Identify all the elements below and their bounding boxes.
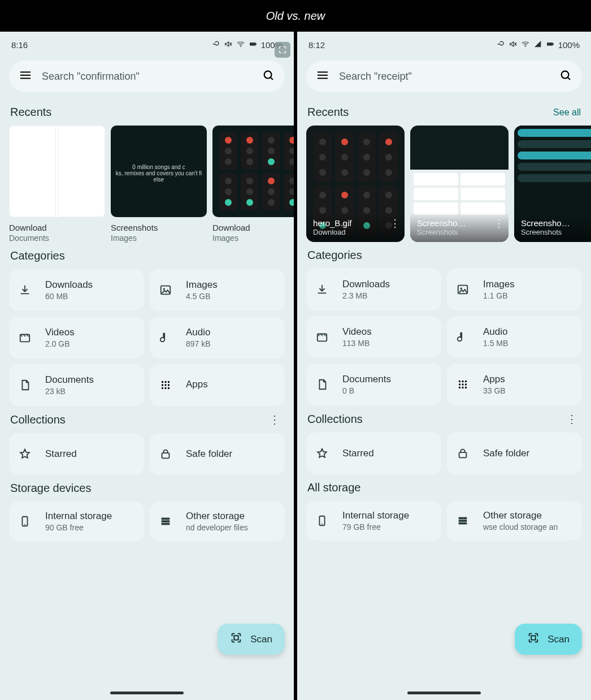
cat-card-images[interactable]: Images4.5 GB	[150, 269, 285, 311]
collections-title: Collections	[10, 413, 66, 426]
stor-label: Internal storage	[45, 511, 112, 522]
recent-thumbnail: Screensho… Screenshots	[514, 126, 591, 242]
stor-card-internal storage[interactable]: Internal storage79 GB free	[306, 501, 441, 541]
fullscreen-overlay-icon	[275, 42, 290, 58]
col-card-starred[interactable]: Starred	[306, 433, 441, 474]
status-bar: 8:16 100%	[0, 32, 294, 54]
document-icon	[314, 378, 330, 391]
search-bar[interactable]: Search "receipt"	[306, 61, 582, 92]
cat-card-documents[interactable]: Documents23 kB	[9, 364, 144, 406]
categories-title: Categories	[307, 249, 362, 262]
recent-thumbnail	[9, 126, 105, 217]
lock-icon	[455, 447, 471, 460]
storage-title: Storage devices	[10, 482, 91, 495]
cat-label: Audio	[186, 327, 211, 338]
stor-card-other storage[interactable]: Other storagewse cloud storage an	[447, 501, 582, 541]
recent-item[interactable]: Screensho… Screenshots ⋮	[410, 126, 509, 242]
recent-name: hero_B.gif	[313, 218, 398, 228]
cat-label: Apps	[483, 374, 506, 385]
recent-item[interactable]: Download Images	[212, 126, 294, 243]
cat-card-downloads[interactable]: Downloads2.3 MB	[306, 269, 441, 310]
scan-icon	[230, 632, 242, 647]
menu-icon[interactable]	[19, 69, 32, 84]
cat-card-videos[interactable]: Videos2.0 GB	[9, 317, 144, 358]
new-phone-screen: 8:12 100% Search "receipt" Recents See a…	[296, 32, 591, 700]
recent-name: Download	[212, 223, 294, 232]
stor-card-internal storage[interactable]: Internal storage90 GB free	[9, 502, 144, 541]
stor-sub: wse cloud storage an	[483, 522, 558, 532]
status-bar: 8:12 100%	[297, 32, 591, 54]
col-label: Starred	[342, 448, 374, 459]
recent-thumbnail: Screensho… Screenshots ⋮	[410, 126, 509, 242]
cat-card-images[interactable]: Images1.1 GB	[447, 269, 582, 310]
scan-icon	[527, 632, 540, 647]
recent-name: Screensho…	[417, 218, 502, 228]
col-card-safe folder[interactable]: Safe folder	[447, 433, 582, 474]
cat-label: Documents	[45, 374, 94, 386]
scan-label: Scan	[547, 634, 570, 645]
menu-icon[interactable]	[316, 69, 329, 84]
status-time: 8:12	[308, 40, 325, 50]
col-card-safe folder[interactable]: Safe folder	[150, 433, 285, 475]
search-icon[interactable]	[262, 69, 275, 84]
cat-card-documents[interactable]: Documents0 B	[306, 364, 441, 405]
recent-item[interactable]: Screensho… Screenshots	[514, 126, 591, 242]
collections-more-icon[interactable]: ⋮	[269, 413, 284, 426]
cat-sub: 113 MB	[342, 339, 372, 348]
recent-more-icon[interactable]: ⋮	[390, 217, 400, 230]
status-time: 8:16	[11, 40, 28, 50]
col-label: Safe folder	[483, 448, 529, 459]
see-all-link[interactable]: See all	[553, 107, 581, 118]
comparison-header: Old vs. new	[0, 0, 591, 32]
cat-label: Audio	[483, 326, 508, 338]
recent-item[interactable]: 0 million songs and cks, remixes and cov…	[111, 126, 207, 243]
cat-card-apps[interactable]: Apps33 GB	[447, 364, 582, 405]
phone-icon	[17, 515, 33, 528]
vpn-icon	[496, 40, 505, 50]
cat-card-audio[interactable]: Audio1.5 MB	[447, 316, 582, 358]
search-icon[interactable]	[559, 69, 572, 84]
scan-button[interactable]: Scan	[515, 624, 582, 655]
stor-card-other storage[interactable]: Other storagend developer files	[150, 502, 285, 541]
search-placeholder: Search "receipt"	[339, 71, 549, 83]
stor-sub: 79 GB free	[342, 522, 409, 532]
cat-card-videos[interactable]: Videos113 MB	[306, 316, 441, 358]
recent-sub: Documents	[9, 234, 105, 243]
phone-icon	[314, 515, 330, 527]
cat-sub: 897 kB	[186, 339, 211, 348]
cat-sub: 2.3 MB	[342, 291, 390, 300]
cat-card-apps[interactable]: Apps	[150, 364, 285, 406]
recents-row[interactable]: hero_B.gif Download ⋮ Screensho… Screens…	[297, 121, 591, 242]
storage-title: All storage	[307, 481, 361, 494]
collections-more-icon[interactable]: ⋮	[566, 412, 581, 426]
image-icon	[455, 283, 471, 296]
audio-icon	[455, 331, 471, 343]
storage-icon	[158, 515, 173, 528]
cat-label: Images	[483, 279, 515, 290]
recent-item[interactable]: Download Documents	[9, 126, 105, 243]
recent-name: Download	[9, 223, 105, 232]
mute-icon	[224, 40, 233, 50]
battery-icon	[249, 40, 258, 50]
recents-row[interactable]: Download Documents 0 million songs and c…	[0, 121, 294, 243]
search-bar[interactable]: Search "confirmation"	[9, 61, 285, 92]
recent-item[interactable]: hero_B.gif Download ⋮	[306, 126, 405, 242]
recent-more-icon[interactable]: ⋮	[494, 217, 504, 230]
download-icon	[17, 284, 33, 296]
nav-handle[interactable]	[407, 692, 481, 694]
cat-label: Downloads	[45, 279, 93, 291]
apps-icon	[158, 379, 173, 391]
col-card-starred[interactable]: Starred	[9, 433, 144, 475]
recent-name: Screenshots	[111, 223, 207, 232]
nav-handle[interactable]	[110, 692, 184, 694]
battery-pct: 100%	[558, 40, 580, 50]
cat-label: Documents	[342, 374, 391, 385]
cat-card-downloads[interactable]: Downloads60 MB	[9, 269, 144, 311]
scan-button[interactable]: Scan	[218, 624, 285, 655]
recent-sub: Screenshots	[417, 228, 502, 236]
recents-title: Recents	[10, 106, 51, 119]
cat-card-audio[interactable]: Audio897 kB	[150, 317, 285, 358]
cat-label: Videos	[342, 326, 372, 338]
recent-thumbnail: hero_B.gif Download ⋮	[306, 126, 405, 242]
vpn-icon	[211, 40, 220, 50]
